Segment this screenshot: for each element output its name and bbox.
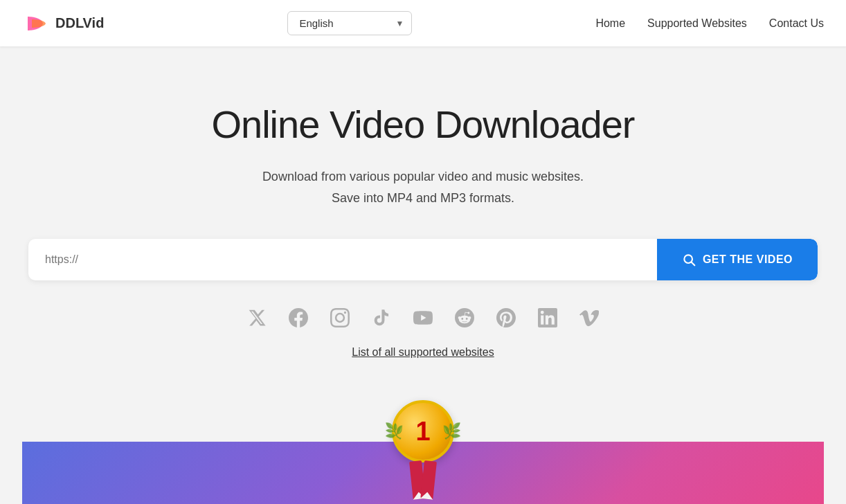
header-center: English Spanish French German Chinese Ja…: [104, 11, 595, 35]
medal-section: 1: [22, 400, 824, 504]
medal-wrapper: 1: [392, 400, 454, 499]
svg-line-2: [692, 262, 695, 266]
facebook-icon[interactable]: [289, 308, 308, 332]
supported-websites-link[interactable]: List of all supported websites: [352, 346, 494, 359]
search-bar: GET THE VIDEO: [28, 239, 818, 280]
medal-ribbon: [409, 460, 437, 499]
search-icon: [682, 253, 696, 267]
main-nav: Home Supported Websites Contact Us: [595, 17, 824, 30]
get-video-button[interactable]: GET THE VIDEO: [657, 239, 818, 280]
nav-contact-us[interactable]: Contact Us: [769, 17, 824, 30]
logo-link[interactable]: DDLVid: [22, 10, 104, 37]
instagram-icon[interactable]: [330, 308, 350, 332]
logo-text: DDLVid: [55, 15, 104, 31]
logo-icon: [22, 10, 50, 37]
url-input[interactable]: [28, 239, 657, 280]
vimeo-icon[interactable]: [579, 308, 599, 332]
hero-subtitle: Download from various popular video and …: [22, 166, 824, 208]
hero-subtitle-line1: Download from various popular video and …: [262, 170, 584, 183]
pinterest-icon[interactable]: [496, 308, 516, 332]
language-selector-wrapper: English Spanish French German Chinese Ja…: [287, 11, 412, 35]
get-video-label: GET THE VIDEO: [703, 253, 793, 266]
ribbon-body: [409, 461, 437, 499]
header: DDLVid English Spanish French German Chi…: [0, 0, 846, 46]
hero-subtitle-line2: Save into MP4 and MP3 formats.: [332, 191, 514, 205]
language-select[interactable]: English Spanish French German Chinese Ja…: [287, 11, 412, 35]
nav-home[interactable]: Home: [595, 17, 625, 30]
twitter-icon[interactable]: [247, 308, 267, 332]
hero-title: Online Video Downloader: [22, 102, 824, 147]
linkedin-icon[interactable]: [538, 308, 557, 332]
social-icons-row: [22, 308, 824, 332]
medal-number: 1: [415, 417, 430, 447]
main-content: Online Video Downloader Download from va…: [0, 46, 846, 504]
reddit-icon[interactable]: [455, 308, 474, 332]
tiktok-icon[interactable]: [372, 308, 391, 332]
nav-supported-websites[interactable]: Supported Websites: [647, 17, 747, 30]
ribbon-right: [420, 460, 437, 500]
youtube-icon[interactable]: [413, 308, 433, 332]
medal-circle: 1: [392, 400, 454, 462]
